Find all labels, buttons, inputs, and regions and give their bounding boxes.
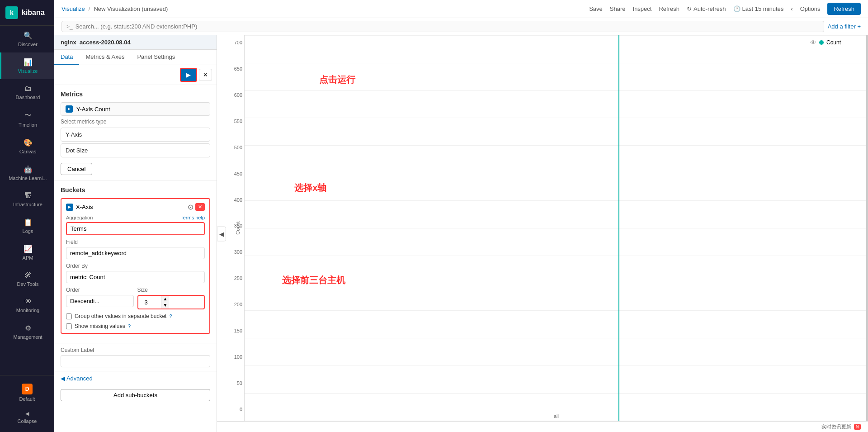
sidebar-item-logs[interactable]: 📋 Logs [0,213,54,239]
advanced-link[interactable]: ◀ Advanced [54,371,217,385]
sidebar-item-apm[interactable]: 📈 APM [0,239,54,266]
x-axis-label: all [554,413,559,419]
show-missing-checkbox[interactable] [66,323,72,329]
order-select[interactable]: Descendi... [66,295,134,307]
chart-area: ◀ 👁 Count 700 650 600 550 500 450 400 3 [217,35,868,432]
sidebar-item-ml[interactable]: 🤖 Machine Learni... [0,160,54,186]
breadcrumb-current: New Visualization (unsaved) [94,5,168,12]
custom-label-input[interactable] [61,355,210,367]
y-value-700: 700 [228,40,242,45]
run-button[interactable]: ▶ [180,68,197,82]
annotation-host: 选择前三台主机 [282,274,345,286]
size-decrement-button[interactable]: ▼ [161,302,170,309]
workspace: nginx_access-2020.08.04 Data Metrics & A… [54,35,868,432]
sidebar-user[interactable]: D Default [0,379,54,406]
panel-tabs: Data Metrics & Axes Panel Settings [54,50,217,65]
tab-panel-settings[interactable]: Panel Settings [131,50,181,65]
size-increment-button[interactable]: ▲ [161,296,170,302]
group-other-label: Group other values in separate bucket [75,313,166,319]
user-avatar: D [22,384,33,394]
grid-line-5 [245,173,868,173]
size-col: Size ▲ ▼ [137,287,205,309]
bucket-toggle-button[interactable]: ⊙ [188,203,193,211]
kibana-logo-icon: k [5,6,18,19]
refresh-blue-button[interactable]: Refresh [827,3,861,15]
y-value-500: 500 [228,145,242,150]
sidebar-item-visualize[interactable]: 📊 Visualize [0,52,54,79]
type-dot-size[interactable]: Dot Size [61,143,210,157]
bottom-ticker: 实时资讯更新 N [217,421,868,432]
sidebar-item-dashboard[interactable]: 🗂 Dashboard [0,79,54,105]
canvas-icon: 🎨 [24,138,33,147]
y-value-300: 300 [228,249,242,255]
time-range-picker[interactable]: 🕐 Last 15 minutes [733,5,784,12]
tab-metrics-axes[interactable]: Metrics & Axes [79,50,131,65]
grid-line-10 [245,310,868,311]
auto-refresh-toggle[interactable]: ↻ Auto-refresh [687,5,726,12]
save-button[interactable]: Save [589,5,603,12]
apm-icon: 📈 [24,245,33,253]
sidebar-item-canvas[interactable]: 🎨 Canvas [0,133,54,160]
tab-data[interactable]: Data [54,50,79,65]
y-value-200: 200 [228,302,242,307]
bucket-expand-icon [66,204,73,211]
size-input[interactable] [138,297,161,308]
sidebar-item-discover[interactable]: 🔍 Discover [0,26,54,52]
y-value-650: 650 [228,66,242,71]
sidebar-item-apm-label: APM [23,255,33,261]
panel-index-name: nginx_access-2020.08.04 [54,35,217,50]
ticker-badge: N [854,424,861,430]
show-missing-help-icon[interactable]: ? [128,323,131,329]
grid-line-2 [245,90,868,91]
sidebar-collapse[interactable]: ◀ Collapse [0,406,54,428]
inspect-button[interactable]: Inspect [633,5,652,12]
ml-icon: 🤖 [24,165,33,174]
right-edge-handle[interactable] [866,35,868,421]
cancel-metrics-button[interactable]: Cancel [61,163,92,175]
clock-icon: 🕐 [733,5,741,12]
search-input[interactable] [75,23,819,30]
terms-help-link[interactable]: Terms help [180,215,205,220]
sidebar-item-monitoring[interactable]: 👁 Monitoring [0,292,54,318]
topbar: Visualize / New Visualization (unsaved) … [54,0,868,18]
show-missing-checkbox-row: Show missing values ? [66,323,205,329]
sidebar-item-canvas-label: Canvas [19,149,36,154]
group-other-help-icon[interactable]: ? [169,313,172,319]
y-value-150: 150 [228,328,242,333]
field-select[interactable]: remote_addr.keyword [66,247,205,259]
sidebar-logo[interactable]: k kibana [0,0,54,26]
share-button[interactable]: Share [610,5,626,12]
collapse-label: Collapse [18,418,37,424]
chart-collapse-button[interactable]: ◀ [217,226,226,241]
grid-line-1 [245,63,868,63]
sidebar-item-timelion[interactable]: 〜 Timelion [0,105,54,133]
options-button[interactable]: Options [800,5,821,12]
add-sub-buckets-button[interactable]: Add sub-buckets [61,389,210,401]
search-prompt: >_ [66,24,73,30]
group-other-checkbox[interactable] [66,313,72,319]
svg-marker-1 [68,206,71,209]
bucket-delete-button[interactable]: ✕ [195,203,205,211]
y-axis-metric-item[interactable]: Y-Axis Count [61,102,210,116]
count-label: Count [235,221,241,234]
metrics-section: Metrics Y-Axis Count Select metrics type… [54,85,217,181]
sidebar-item-devtools[interactable]: 🛠 Dev Tools [0,266,54,292]
grid-line-3 [245,118,868,118]
sidebar-item-management[interactable]: ⚙ Management [0,318,54,345]
topbar-right: Save Share Inspect Refresh ↻ Auto-refres… [589,3,861,15]
sidebar-logo-text: kibana [22,9,45,17]
sidebar-item-management-label: Management [13,334,42,340]
group-other-checkbox-row: Group other values in separate bucket ? [66,313,205,319]
nav-prev-icon[interactable]: ‹ [791,5,793,12]
type-y-axis[interactable]: Y-Axis [61,128,210,142]
order-by-select[interactable]: metric: Count [66,271,205,283]
close-panel-button[interactable]: ✕ [199,69,212,81]
sidebar-item-infrastructure[interactable]: 🏗 Infrastructure [0,186,54,213]
size-label: Size [137,287,205,293]
refresh-button[interactable]: Refresh [659,5,679,12]
aggregation-select[interactable]: Terms [66,222,205,235]
add-filter-button[interactable]: Add a filter + [828,23,861,30]
breadcrumb-visualize[interactable]: Visualize [61,5,85,12]
devtools-icon: 🛠 [24,271,32,280]
time-range-label: Last 15 minutes [742,5,784,12]
